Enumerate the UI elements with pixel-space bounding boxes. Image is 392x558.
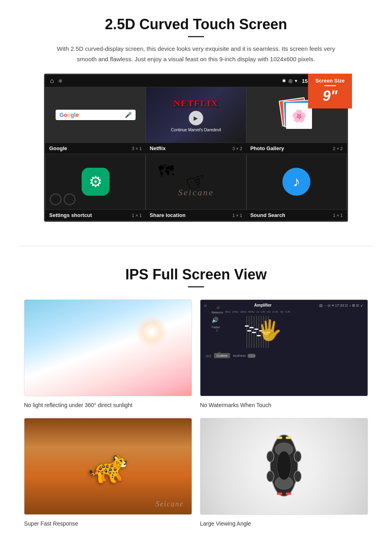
svg-point-3 xyxy=(277,451,291,480)
svg-point-6 xyxy=(267,451,274,462)
netflix-content: NETFLIX ▶ Continue Marvel's Daredevil xyxy=(171,98,221,132)
loudness-label: loudness xyxy=(233,354,246,357)
section2-title: IPS Full Screen View xyxy=(24,266,368,283)
photo-gallery-label: Photo Gallery 2 × 2 xyxy=(246,143,347,154)
sun-flare xyxy=(136,316,168,348)
status-left: ⌂ ⚛ xyxy=(50,77,63,84)
svg-point-8 xyxy=(267,471,274,482)
amp-title: Amplifier xyxy=(254,303,272,307)
sound-app-name: Sound Search xyxy=(250,212,285,218)
app-label-row1: Google 3 × 1 Netflix 3 × 2 Photo Gallery… xyxy=(45,143,347,154)
share-location-cell[interactable]: 🗺 ☞ xyxy=(146,154,246,210)
section1-title: 2.5D Curved Touch Screen xyxy=(24,16,368,33)
eq-slider-1[interactable] xyxy=(246,316,247,348)
google-search-bar[interactable]: Google 🎤 xyxy=(56,110,136,120)
badge-line xyxy=(324,85,336,86)
home-icon[interactable]: ⌂ xyxy=(50,77,54,84)
status-bar: ⌂ ⚛ ✱ ◎ ▾ 15:06 ⊡ ♪ ⊠ ▭ xyxy=(45,75,347,87)
car-caption: Large Viewing Angle xyxy=(200,519,368,528)
svg-rect-13 xyxy=(286,493,292,495)
eq-slider-2[interactable] xyxy=(249,316,250,348)
freq-2-5k: 2.5k xyxy=(260,311,265,313)
svg-point-7 xyxy=(294,451,301,462)
loudness-toggle[interactable] xyxy=(248,354,256,358)
cheetah-image: 🐆 Seicane xyxy=(24,418,192,514)
eq-val-neg10: -10 xyxy=(216,351,220,354)
eq-val-10: 10 xyxy=(216,306,220,309)
amp-header: ⌂ Amplifier ▤ ··· ◎ ▾ 17:33 ⊡ ♪ ⊠ ⊟ ↙ xyxy=(204,303,364,307)
netflix-app-name: Netflix xyxy=(150,145,166,151)
google-app-size: 3 × 1 xyxy=(132,146,142,151)
cheetah-image-box: 🐆 Seicane xyxy=(24,418,192,515)
usb-icon: ⚛ xyxy=(58,78,63,84)
sound-app-size: 1 × 1 xyxy=(333,213,343,218)
play-button[interactable]: ▶ xyxy=(189,111,203,125)
app-label-row2: Settings shortcut 1 × 1 Share location 1… xyxy=(45,210,347,221)
freq-sub: SUB xyxy=(285,311,290,313)
svg-rect-11 xyxy=(286,437,292,439)
section-ips: IPS Full Screen View No light reflecting… xyxy=(0,258,392,540)
freq-60hz: 60hz xyxy=(225,311,230,313)
settings-app-size: 1 × 1 xyxy=(132,213,142,218)
amp-status-icons: ▤ ··· ◎ ▾ 17:33 ⊡ ♪ ⊠ ⊟ ↙ xyxy=(319,303,364,307)
cheetah-icon: 🐆 xyxy=(88,448,128,485)
car-svg xyxy=(260,430,308,502)
ips-item-watermark: ⌂ Amplifier ▤ ··· ◎ ▾ 17:33 ⊡ ♪ ⊠ ⊟ ↙ Ba… xyxy=(200,299,368,410)
wc2 xyxy=(64,193,76,205)
maps-icon: 🗺 xyxy=(158,162,174,180)
title-underline xyxy=(188,36,204,37)
bluetooth-icon: ✱ xyxy=(282,78,286,84)
amplifier-image: ⌂ Amplifier ▤ ··· ◎ ▾ 17:33 ⊡ ♪ ⊠ ⊟ ↙ Ba… xyxy=(200,300,368,396)
freq-500hz: 500hz xyxy=(248,311,255,313)
sound-icon-circle: ♪ xyxy=(282,168,310,196)
app-grid-row1: Google 🎤 NETFLIX ▶ Continue Marvel's Dar… xyxy=(45,87,347,143)
sound-label: Sound Search 1 × 1 xyxy=(246,210,347,221)
settings-label: Settings shortcut 1 × 1 xyxy=(45,210,146,221)
gear-icon: ⚙ xyxy=(89,173,102,191)
screen-size-badge: Screen Size 9" xyxy=(308,74,352,108)
amp-loudness: loudness xyxy=(233,354,256,358)
share-app-size: 1 × 1 xyxy=(232,213,242,218)
share-label: Share location 1 × 1 xyxy=(146,210,246,221)
google-app-name: Google xyxy=(49,145,67,151)
amp-status: ▤ ··· ◎ ▾ 17:33 ⊡ ♪ ⊠ ⊟ ↙ xyxy=(319,303,364,307)
photo-gallery-app-name: Photo Gallery xyxy=(250,145,284,151)
ips-item-sunlight: No light reflecting under 360° direct su… xyxy=(24,299,192,410)
music-note-icon: ♪ xyxy=(293,173,300,190)
ips-item-cheetah: 🐆 Seicane Super Fast Response xyxy=(24,418,192,528)
netflix-subtitle: Continue Marvel's Daredevil xyxy=(171,128,221,132)
netflix-logo: NETFLIX xyxy=(171,98,221,108)
ips-item-car: Large Viewing Angle xyxy=(200,418,368,528)
netflix-app-size: 3 × 2 xyxy=(232,146,242,151)
sunlight-caption: No light reflecting under 360° direct su… xyxy=(24,400,192,410)
section-curved: 2.5D Curved Touch Screen With 2.5D curve… xyxy=(0,0,392,234)
section1-description: With 2.5D curved-display screen, this de… xyxy=(56,44,336,64)
ips-title-underline xyxy=(188,286,204,287)
car-top-image xyxy=(200,418,368,514)
amplifier-image-box: ⌂ Amplifier ▤ ··· ◎ ▾ 17:33 ⊡ ♪ ⊠ ⊟ ↙ Ba… xyxy=(200,299,368,396)
netflix-label: Netflix 3 × 2 xyxy=(146,143,246,154)
location-icon: ◎ xyxy=(288,78,292,84)
freq-15k: 15k xyxy=(280,311,284,313)
device-screen: ⌂ ⚛ ✱ ◎ ▾ 15:06 ⊡ ♪ ⊠ ▭ xyxy=(44,74,348,222)
amp-home-icon: ⌂ xyxy=(204,303,206,307)
netflix-app-cell[interactable]: NETFLIX ▶ Continue Marvel's Daredevil xyxy=(146,87,246,143)
amp-screen: ⌂ Amplifier ▤ ··· ◎ ▾ 17:33 ⊡ ♪ ⊠ ⊟ ↙ Ba… xyxy=(200,300,368,396)
eq-slider-4[interactable] xyxy=(254,316,254,348)
sound-search-cell[interactable]: ♪ xyxy=(246,154,347,210)
amp-prev-icon: ◁◁ xyxy=(205,354,211,358)
mic-icon: 🎤 xyxy=(125,112,132,118)
svg-rect-10 xyxy=(277,437,282,439)
eq-val-0: 0 xyxy=(216,329,220,332)
device-wrapper: Screen Size 9" ⌂ ⚛ ✱ ◎ ▾ 15:06 ⊡ ♪ ⊠ xyxy=(44,74,348,222)
finger-pointing-icon: ☞ xyxy=(181,165,211,199)
settings-app-cell[interactable]: ⚙ xyxy=(45,154,146,210)
svg-rect-12 xyxy=(277,493,282,495)
freq-100hz: 100hz xyxy=(232,311,238,313)
flower-icon: 🌸 xyxy=(292,109,306,123)
amp-bottom-bar: ◁◁ Custom loudness xyxy=(204,353,364,358)
svg-point-9 xyxy=(294,471,301,482)
eq-slider-5[interactable] xyxy=(256,316,257,348)
wc1 xyxy=(50,193,62,205)
google-app-cell[interactable]: Google 🎤 xyxy=(45,87,146,143)
